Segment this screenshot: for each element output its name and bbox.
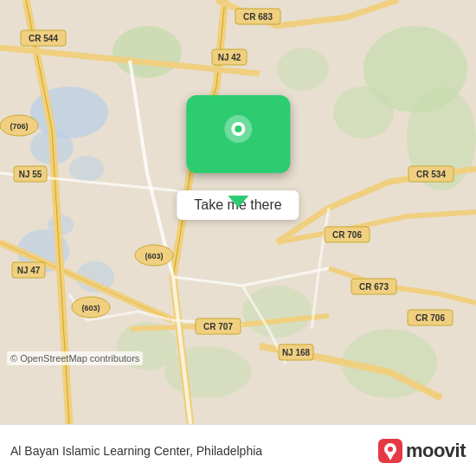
moovit-logo: moovit: [378, 439, 466, 463]
location-pin-icon: [221, 113, 255, 155]
map-copyright: © OpenStreetMap contributors: [7, 351, 143, 365]
place-name: Al Bayan Islamic Learning Center, Philad…: [10, 444, 378, 458]
svg-text:(706): (706): [10, 122, 28, 131]
svg-text:(603): (603): [81, 304, 100, 312]
svg-text:CR 706: CR 706: [332, 230, 362, 240]
svg-text:NJ 168: NJ 168: [282, 348, 311, 357]
svg-point-12: [164, 346, 251, 398]
svg-point-14: [242, 286, 312, 338]
svg-text:NJ 47: NJ 47: [17, 266, 41, 275]
map-container: CR 683 CR 544 NJ 42 (706) NJ 55 (603) CR…: [0, 0, 476, 424]
svg-point-10: [333, 87, 394, 138]
svg-text:(603): (603): [145, 252, 163, 261]
moovit-logo-container: moovit: [378, 439, 466, 463]
svg-text:CR 707: CR 707: [203, 322, 233, 331]
svg-text:CR 534: CR 534: [416, 170, 446, 179]
svg-point-51: [388, 447, 393, 452]
svg-point-7: [113, 26, 182, 78]
svg-text:CR 706: CR 706: [415, 313, 445, 323]
svg-text:CR 683: CR 683: [243, 12, 273, 22]
svg-point-48: [235, 125, 241, 132]
moovit-icon: [378, 439, 402, 463]
moovit-brand-text: moovit: [406, 440, 466, 462]
svg-marker-50: [386, 453, 395, 460]
location-popup: Take me there: [177, 95, 299, 220]
popup-bubble: [186, 95, 290, 173]
svg-text:NJ 42: NJ 42: [218, 53, 241, 62]
svg-text:CR 673: CR 673: [359, 282, 389, 292]
bottom-bar: Al Bayan Islamic Learning Center, Philad…: [0, 424, 476, 476]
svg-text:NJ 55: NJ 55: [19, 170, 42, 179]
svg-point-11: [277, 48, 329, 91]
svg-point-3: [69, 156, 104, 182]
svg-text:CR 544: CR 544: [29, 34, 58, 43]
